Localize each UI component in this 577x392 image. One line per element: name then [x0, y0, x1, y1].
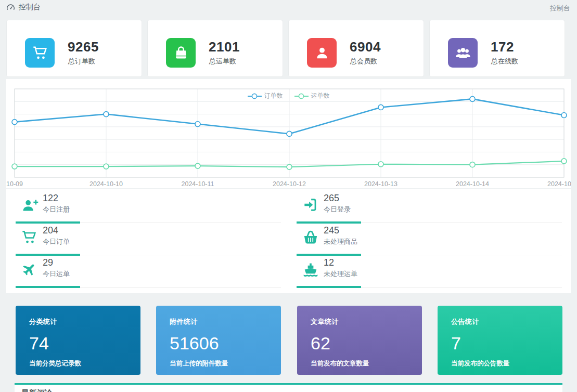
total-members-card: 6904 总会员数: [288, 20, 424, 77]
attachment-stats-title: 附件统计: [170, 317, 267, 326]
today-stats-panel: 122 今日注册 265 今日登录 204 今日订单: [6, 189, 571, 293]
user-icon: [307, 38, 337, 68]
total-waybills-card: 2101 总运单数: [147, 20, 283, 77]
x-tick-label: 2024-10-12: [273, 180, 306, 188]
notice-stats-value: 7: [451, 333, 549, 354]
pending-waybills-value: 12: [324, 257, 334, 268]
chart-point: [12, 120, 17, 125]
today-registered-label: 今日注册: [43, 205, 70, 214]
page-title: 控制台: [19, 3, 41, 12]
breadcrumb: 控制台: [6, 3, 41, 12]
total-waybills-label: 总运单数: [209, 57, 236, 66]
legend-item-订单数[interactable]: 订单数: [248, 92, 283, 100]
notice-stats-caption: 当前发布的公告数量: [451, 359, 549, 368]
category-stats-panel: 分类统计 74 当前分类总记录数: [16, 306, 140, 375]
cart-icon: [21, 229, 39, 246]
today-orders-value: 204: [43, 225, 58, 236]
chart-point: [104, 112, 109, 117]
attachment-stats-panel: 附件统计 51606 当前上传的附件数量: [156, 306, 281, 375]
article-stats-title: 文章统计: [311, 317, 408, 326]
today-orders-label: 今日订单: [43, 237, 70, 246]
total-online-value: 172: [491, 39, 514, 55]
category-stats-title: 分类统计: [29, 317, 127, 326]
legend-marker: [248, 93, 262, 99]
chart-point: [470, 162, 475, 167]
today-waybills-stat: 29 今日运单: [16, 254, 281, 288]
today-waybills-label: 今日运单: [43, 269, 70, 279]
x-tick-label: 2024-10-11: [181, 180, 214, 188]
chart-point: [12, 164, 17, 169]
total-members-label: 总会员数: [350, 57, 377, 66]
chart-point: [104, 164, 109, 169]
today-logins-value: 265: [324, 193, 339, 204]
article-stats-panel: 文章统计 62 当前发布的文章数量: [297, 306, 422, 375]
chart-point: [378, 104, 383, 110]
chart-point: [378, 162, 383, 167]
x-tick-label: 10-09: [6, 180, 23, 188]
category-stats-caption: 当前分类总记录数: [29, 359, 127, 368]
chart-legend: 订单数运单数: [6, 92, 571, 100]
article-stats-value: 62: [311, 333, 408, 354]
basket-icon: [302, 229, 319, 246]
pending-goods-stat: 245 未处理商品: [297, 222, 562, 255]
total-orders-label: 总订单数: [68, 57, 95, 66]
pending-goods-value: 245: [324, 225, 339, 236]
legend-marker: [294, 93, 309, 99]
total-online-label: 总在线数: [491, 57, 518, 66]
attachment-stats-value: 51606: [170, 333, 267, 354]
x-tick-label: 2024-10-10: [89, 180, 123, 188]
latest-comments-panel: 最新评论: [15, 383, 562, 392]
total-waybills-value: 2101: [209, 39, 240, 55]
total-orders-value: 9265: [68, 39, 99, 55]
x-tick-label: 2024-10-14: [456, 180, 489, 188]
plane-icon: [21, 261, 39, 279]
total-members-value: 6904: [350, 39, 381, 55]
total-online-card: 172 总在线数: [429, 20, 565, 77]
notice-stats-title: 公告统计: [451, 317, 549, 326]
pending-waybills-label: 未处理运单: [324, 269, 357, 279]
legend-item-运单数[interactable]: 运单数: [294, 92, 330, 100]
cart-icon: [25, 38, 55, 68]
orders-waybills-line-chart: 10-092024-10-102024-10-112024-10-122024-…: [6, 79, 571, 188]
pending-waybills-stat: 12 未处理运单: [297, 254, 562, 288]
chart-point: [287, 164, 292, 169]
users-icon: [448, 38, 478, 68]
today-logins-label: 今日登录: [324, 205, 351, 214]
ship-icon: [302, 261, 319, 279]
chart-point: [287, 131, 292, 136]
today-registered-value: 122: [43, 193, 58, 204]
sign-in-icon: [302, 197, 319, 214]
latest-comments-title: 最新评论: [21, 388, 556, 392]
x-tick-label: 2024-10-15: [547, 180, 571, 188]
x-tick-label: 2024-10-13: [364, 180, 398, 188]
dashboard-page: { "header": { "left_icon": "dashboard-ic…: [0, 0, 577, 392]
dashboard-icon: [6, 3, 15, 12]
pending-goods-label: 未处理商品: [324, 237, 357, 246]
breadcrumb-current: 控制台: [550, 4, 570, 13]
chart-point: [561, 159, 567, 164]
today-logins-stat: 265 今日登录: [297, 190, 562, 223]
shopping-bag-icon: [166, 38, 196, 68]
legend-label: 订单数: [264, 92, 283, 100]
today-waybills-value: 29: [43, 257, 53, 268]
article-stats-caption: 当前发布的文章数量: [311, 359, 408, 368]
today-registered-stat: 122 今日注册: [16, 190, 281, 223]
chart-point: [561, 113, 567, 118]
notice-stats-panel: 公告统计 7 当前发布的公告数量: [438, 306, 562, 375]
total-orders-card: 9265 总订单数: [6, 20, 142, 77]
legend-label: 运单数: [311, 92, 330, 100]
today-orders-stat: 204 今日订单: [16, 222, 281, 255]
user-plus-icon: [21, 197, 39, 214]
chart-point: [195, 122, 200, 127]
chart-point: [195, 163, 200, 168]
attachment-stats-caption: 当前上传的附件数量: [170, 359, 267, 368]
category-stats-value: 74: [29, 333, 127, 354]
